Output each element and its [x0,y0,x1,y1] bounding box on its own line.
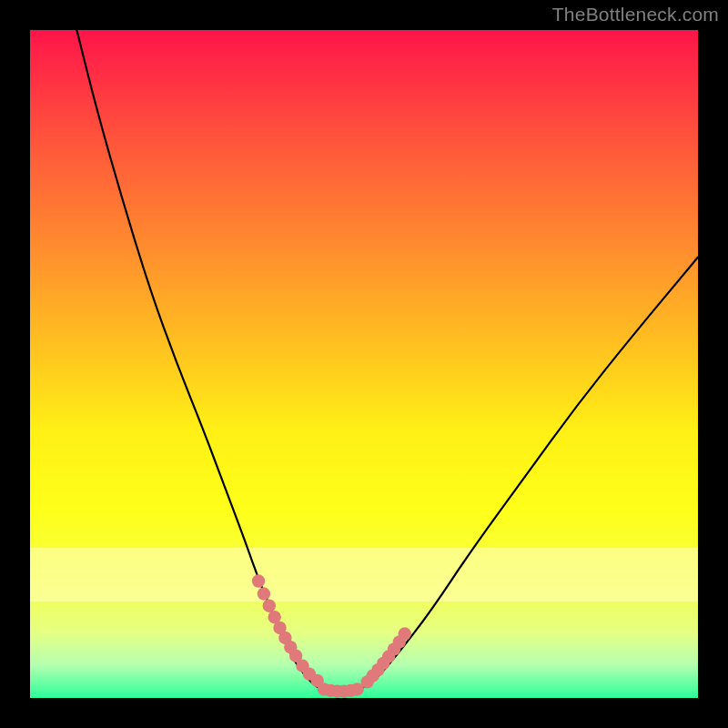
bottleneck-curve-path [76,30,698,692]
watermark-text: TheBottleneck.com [552,4,719,25]
curve-marker-dot [258,587,270,600]
curve-marker-dot [252,574,265,587]
plot-area [30,30,698,698]
curve-marker-dot [350,682,363,695]
curve-marker-dot [399,627,411,640]
curve-svg [30,30,698,698]
marker-group [252,574,411,698]
curve-marker-dot [263,600,276,612]
